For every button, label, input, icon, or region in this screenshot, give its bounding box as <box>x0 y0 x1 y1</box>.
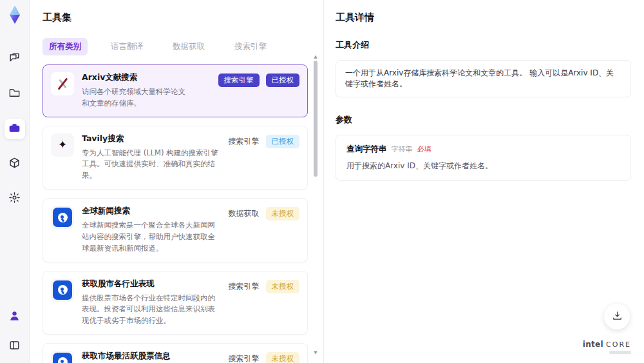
gear-icon <box>8 191 21 206</box>
tool-detail-panel: 工具详情 工具介绍 一个用于从Arxiv存储库搜索科学论文和文章的工具。 输入可… <box>324 0 644 363</box>
cube-icon <box>8 157 21 172</box>
sidebar-item-models[interactable] <box>5 153 25 174</box>
sidebar-item-settings[interactable] <box>5 188 25 209</box>
param-required-badge: 必填 <box>417 144 431 154</box>
tool-category-badge: 搜索引擎 <box>229 136 260 147</box>
category-tab[interactable]: 搜索引擎 <box>228 38 273 55</box>
tool-description: 提供股票市场各个行业在特定时间段内的表现。投资者可以利用这些信息来识别表现优于或… <box>82 293 220 327</box>
scroll-down-arrow-icon[interactable]: ▼ <box>313 350 318 355</box>
category-tabs: 所有类别语言翻译数据获取搜索引擎 <box>43 38 308 55</box>
tool-title: 获取市场最活跃股票信息 <box>82 351 221 362</box>
tool-icon <box>51 206 74 229</box>
tool-category-badge: 搜索引擎 <box>229 353 260 363</box>
params-heading: 参数 <box>336 114 631 126</box>
detail-title: 工具详情 <box>336 12 631 24</box>
category-tab[interactable]: 数据获取 <box>166 38 211 55</box>
tool-icon <box>51 279 74 302</box>
tool-card[interactable]: ✦ Tavily搜索 专为人工智能代理 (LLM) 构建的搜索引擎工具。可快速提… <box>43 126 308 190</box>
briefcase-icon <box>8 122 21 137</box>
download-icon <box>612 310 623 324</box>
tool-status-badge: 未授权 <box>266 352 300 363</box>
tool-category-badge: 搜索引擎 <box>218 74 260 87</box>
tool-icon <box>51 72 74 95</box>
intel-brand-text: intel <box>583 340 603 349</box>
scroll-up-arrow-icon[interactable]: ▲ <box>313 54 318 59</box>
tool-description: 专为人工智能代理 (LLM) 构建的搜索引擎工具。可快速提供实时、准确和真实的结… <box>82 148 220 182</box>
tool-card[interactable]: 获取股市各行业表现 提供股票市场各个行业在特定时间段内的表现。投资者可以利用这些… <box>43 271 308 335</box>
param-type: 字符串 <box>392 144 413 154</box>
app-logo-icon[interactable] <box>5 5 24 25</box>
tool-status-badge: 未授权 <box>266 207 300 221</box>
intro-heading: 工具介绍 <box>336 39 631 51</box>
param-description: 用于搜索的Arxiv ID、关键字或作者姓名。 <box>346 161 620 172</box>
tool-card[interactable]: 全球新闻搜索 全球新闻搜索是一个聚合全球各大新闻网站内容的搜索引擎，帮助用户快速… <box>43 198 308 262</box>
left-rail <box>0 0 30 363</box>
tool-cards: Arxiv文献搜索 访问各个研究领域大量科学论文和文章的存储库。 搜索引擎 已授… <box>43 64 308 363</box>
tool-list-panel: 工具集 所有类别语言翻译数据获取搜索引擎 Arxiv文献搜索 访问各个研究领域大… <box>30 0 323 363</box>
category-tab[interactable]: 所有类别 <box>43 38 88 55</box>
list-scrollbar[interactable]: ▲ ▼ <box>313 55 318 354</box>
tool-title: 全球新闻搜索 <box>82 206 221 217</box>
tool-status-badge: 已授权 <box>266 74 300 87</box>
intel-logo-subbar <box>609 351 631 354</box>
tool-status-badge: 未授权 <box>266 280 300 293</box>
tool-card[interactable]: Arxiv文献搜索 访问各个研究领域大量科学论文和文章的存储库。 搜索引擎 已授… <box>43 64 308 117</box>
tool-icon: ✦ <box>51 133 74 157</box>
tool-title: Tavily搜索 <box>82 133 221 144</box>
folder-icon <box>8 87 21 102</box>
sidebar-item-chat[interactable] <box>5 49 25 70</box>
tool-category-badge: 数据获取 <box>229 208 260 219</box>
tool-card[interactable]: 获取市场最活跃股票信息 提供当天交易量最高的股票列表，投资者可以利用这些信息来识… <box>43 343 308 363</box>
panel-icon <box>8 339 21 354</box>
sidebar-item-tools[interactable] <box>5 119 25 139</box>
tool-description: 访问各个研究领域大量科学论文和文章的存储库。 <box>82 86 191 110</box>
sidebar-item-files[interactable] <box>5 84 25 104</box>
tool-title: Arxiv文献搜索 <box>82 72 211 83</box>
tool-icon <box>51 351 74 363</box>
tool-intro-text: 一个用于从Arxiv存储库搜索科学论文和文章的工具。 输入可以是Arxiv ID… <box>336 60 631 97</box>
user-avatar[interactable] <box>5 306 25 327</box>
download-button[interactable] <box>604 304 630 329</box>
tool-description: 全球新闻搜索是一个聚合全球各大新闻网站内容的搜索引擎，帮助用户快速获取全球最新资… <box>82 220 220 254</box>
user-icon <box>8 309 21 324</box>
scrollbar-thumb[interactable] <box>314 61 317 177</box>
page-title: 工具集 <box>43 12 308 24</box>
param-name: 查询字符串 <box>346 144 387 155</box>
tool-title: 获取股市各行业表现 <box>82 279 221 289</box>
parameter-card: 查询字符串 字符串 必填 用于搜索的Arxiv ID、关键字或作者姓名。 <box>336 135 631 181</box>
tool-category-badge: 搜索引擎 <box>229 281 260 292</box>
collapse-sidebar-button[interactable] <box>5 336 25 357</box>
chat-icon <box>8 52 21 67</box>
tool-status-badge: 已授权 <box>266 135 300 148</box>
core-brand-text: CORE <box>606 340 631 349</box>
intel-core-logo: intel CORE <box>583 340 631 354</box>
category-tab[interactable]: 语言翻译 <box>104 38 149 55</box>
